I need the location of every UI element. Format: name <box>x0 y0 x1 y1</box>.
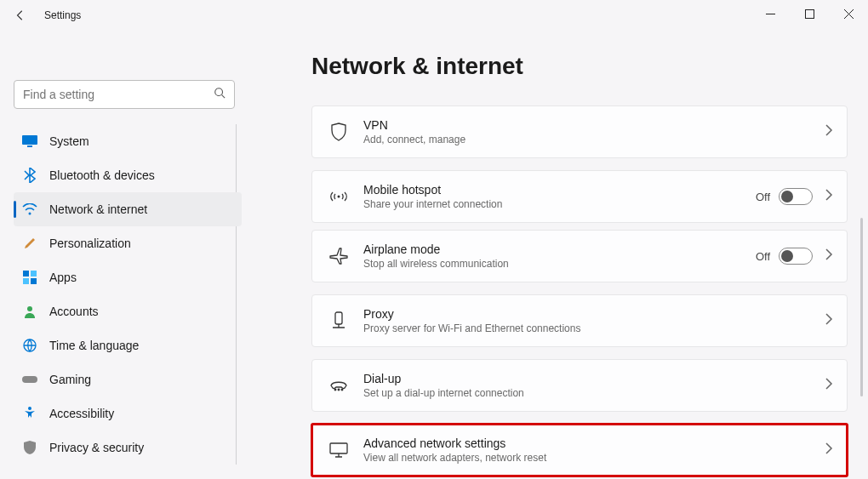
hotspot-toggle[interactable] <box>779 188 813 205</box>
monitor-icon <box>326 442 351 458</box>
sidebar-item-label: Bluetooth & devices <box>49 168 155 182</box>
bluetooth-icon <box>22 168 37 183</box>
card-advanced-network[interactable]: Advanced network settings View all netwo… <box>311 424 848 476</box>
shield-icon <box>22 440 37 455</box>
card-title: Advanced network settings <box>363 436 825 450</box>
proxy-icon <box>326 311 351 330</box>
card-hotspot[interactable]: Mobile hotspot Share your internet conne… <box>311 170 848 223</box>
close-button[interactable] <box>829 0 868 27</box>
sidebar: System Bluetooth & devices Network & int… <box>0 31 255 479</box>
card-airplane[interactable]: Airplane mode Stop all wireless communic… <box>311 230 848 282</box>
toggle-state: Off <box>756 250 770 263</box>
card-title: Airplane mode <box>363 242 756 256</box>
scrollbar[interactable] <box>860 218 863 396</box>
svg-rect-5 <box>23 271 29 277</box>
sidebar-item-label: Accessibility <box>49 407 114 420</box>
chevron-right-icon <box>825 378 833 393</box>
svg-rect-14 <box>335 312 342 324</box>
search-icon <box>214 87 226 102</box>
globe-icon <box>22 338 37 353</box>
phone-icon <box>326 379 351 392</box>
sidebar-item-label: Time & language <box>49 339 139 352</box>
card-title: Dial-up <box>363 372 825 385</box>
card-title: Proxy <box>363 307 825 321</box>
sidebar-item-personalization[interactable]: Personalization <box>14 226 242 260</box>
back-button[interactable] <box>12 7 29 24</box>
svg-point-15 <box>334 389 336 391</box>
toggle-state: Off <box>756 191 770 203</box>
svg-point-16 <box>338 389 340 391</box>
chevron-right-icon <box>825 313 833 328</box>
svg-rect-6 <box>31 271 37 277</box>
chevron-right-icon <box>825 189 833 204</box>
svg-point-12 <box>28 407 31 410</box>
svg-rect-3 <box>27 145 32 147</box>
person-icon <box>22 304 37 319</box>
sidebar-item-time[interactable]: Time & language <box>14 328 242 362</box>
svg-point-1 <box>215 88 223 96</box>
svg-point-4 <box>29 213 31 215</box>
sidebar-item-label: Accounts <box>49 305 99 318</box>
sidebar-item-label: Apps <box>49 271 77 284</box>
sidebar-item-apps[interactable]: Apps <box>14 260 242 294</box>
card-subtitle: View all network adapters, network reset <box>363 452 825 464</box>
svg-rect-0 <box>805 9 814 18</box>
svg-point-17 <box>341 389 343 391</box>
page-title: Network & internet <box>311 53 848 80</box>
accessibility-icon <box>22 406 37 421</box>
card-subtitle: Stop all wireless communication <box>363 258 756 270</box>
minimize-button[interactable] <box>751 0 790 27</box>
sidebar-item-system[interactable]: System <box>14 124 242 158</box>
maximize-button[interactable] <box>790 0 829 27</box>
card-subtitle: Add, connect, manage <box>363 134 825 145</box>
search-input[interactable] <box>14 80 235 109</box>
hotspot-icon <box>326 189 351 204</box>
sidebar-item-accounts[interactable]: Accounts <box>14 294 242 328</box>
svg-rect-11 <box>22 376 37 383</box>
sidebar-item-network[interactable]: Network & internet <box>14 192 242 226</box>
card-title: VPN <box>363 118 825 132</box>
search-field[interactable] <box>23 88 214 101</box>
shield-outline-icon <box>326 123 351 141</box>
display-icon <box>22 134 37 149</box>
card-vpn[interactable]: VPN Add, connect, manage <box>311 105 848 158</box>
airplane-icon <box>326 248 351 265</box>
sidebar-item-label: Privacy & security <box>49 441 144 454</box>
paintbrush-icon <box>22 236 37 251</box>
card-dialup[interactable]: Dial-up Set up a dial-up internet connec… <box>311 359 848 412</box>
svg-rect-8 <box>31 278 37 284</box>
svg-point-13 <box>338 196 340 198</box>
card-subtitle: Set up a dial-up internet connection <box>363 387 825 399</box>
sidebar-item-label: Network & internet <box>49 202 147 216</box>
card-proxy[interactable]: Proxy Proxy server for Wi-Fi and Etherne… <box>311 294 848 347</box>
wifi-icon <box>22 202 37 217</box>
svg-rect-2 <box>22 135 37 145</box>
card-title: Mobile hotspot <box>363 183 756 197</box>
chevron-right-icon <box>825 442 833 458</box>
sidebar-item-privacy[interactable]: Privacy & security <box>14 431 242 465</box>
sidebar-item-label: Gaming <box>49 373 91 386</box>
sidebar-item-label: System <box>49 134 89 148</box>
card-subtitle: Share your internet connection <box>363 198 756 210</box>
sidebar-item-gaming[interactable]: Gaming <box>14 362 242 396</box>
gamepad-icon <box>22 372 37 387</box>
airplane-toggle[interactable] <box>779 248 813 265</box>
chevron-right-icon <box>825 124 833 140</box>
sidebar-item-bluetooth[interactable]: Bluetooth & devices <box>14 158 242 192</box>
svg-rect-7 <box>23 278 29 284</box>
window-title: Settings <box>44 9 81 21</box>
card-subtitle: Proxy server for Wi-Fi and Ethernet conn… <box>363 322 825 334</box>
main-content: Network & internet VPN Add, connect, man… <box>255 31 868 479</box>
svg-rect-18 <box>330 443 347 453</box>
apps-icon <box>22 270 37 285</box>
chevron-right-icon <box>825 248 833 264</box>
svg-point-9 <box>27 306 32 311</box>
sidebar-item-label: Personalization <box>49 237 131 250</box>
sidebar-item-accessibility[interactable]: Accessibility <box>14 396 242 431</box>
